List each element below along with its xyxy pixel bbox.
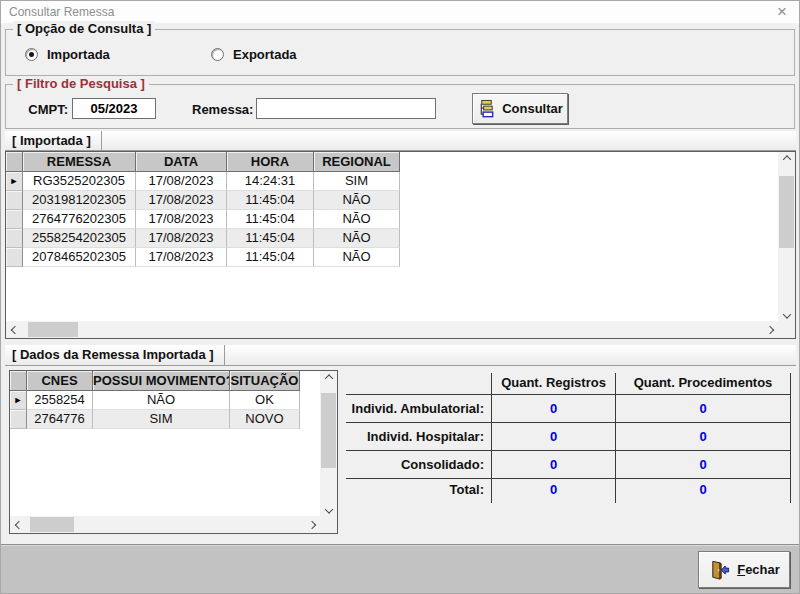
scroll-thumb[interactable] (30, 517, 74, 532)
table-row[interactable]: 276477620230517/08/202311:45:04NÃO (6, 210, 795, 229)
radio-importada-label: Importada (47, 47, 110, 62)
row-selector-header (6, 152, 23, 172)
scroll-right-button[interactable] (303, 516, 320, 533)
grid-cell: 2031981202305 (23, 191, 136, 210)
column-header[interactable]: POSSUI MOVIMENTO? (93, 371, 230, 391)
table-row[interactable]: 255825420230517/08/202311:45:04NÃO (6, 229, 795, 248)
row-selector: ► (10, 391, 27, 410)
scroll-left-button[interactable] (10, 516, 27, 533)
cmpt-label: CMPT: (22, 102, 68, 117)
summary-row: Consolidado:00 (346, 451, 791, 479)
grid-cell: 17/08/2023 (136, 210, 227, 229)
summary-col-header: Quant. Registros (491, 373, 615, 395)
close-icon[interactable]: × (777, 2, 787, 22)
scroll-down-button[interactable] (320, 499, 337, 516)
row-selector (6, 229, 23, 248)
scroll-up-button[interactable] (320, 371, 337, 388)
grid-cell: 2558254 (27, 391, 93, 410)
row-selector-header (10, 371, 27, 391)
grid-cell: 2558254202305 (23, 229, 136, 248)
summary-row-label: Individ. Hospitalar: (346, 423, 491, 451)
column-header[interactable]: DATA (136, 152, 227, 172)
scroll-thumb[interactable] (779, 176, 794, 248)
grid-cell: NOVO (230, 410, 300, 429)
option-group-title: [ Opção de Consulta ] (13, 21, 155, 36)
summary-value-registros: 0 (491, 395, 615, 423)
radio-selected-icon (25, 48, 38, 61)
row-selector (6, 248, 23, 267)
grid-cell: 14:24:31 (227, 172, 314, 191)
grid-cell: NÃO (314, 229, 400, 248)
grid-cell: NÃO (314, 248, 400, 267)
consultar-remessa-window: Consultar Remessa × [ Opção de Consulta … (0, 0, 800, 594)
scrollbar-corner (320, 516, 337, 533)
scrollbar-corner (778, 321, 795, 338)
imported-grid-panel: REMESSADATAHORAREGIONAL►RG352520230517/0… (5, 151, 796, 339)
grid-header-row: REMESSADATAHORAREGIONAL (6, 152, 795, 172)
summary-value-procedimentos: 0 (615, 423, 791, 451)
imported-tabstrip: [ Importada ] (5, 131, 796, 151)
scroll-left-button[interactable] (6, 321, 23, 338)
summary-value-registros: 0 (491, 479, 615, 503)
cmpt-input[interactable] (72, 98, 156, 119)
summary-value-procedimentos: 0 (615, 395, 791, 423)
footer-bar: Fechar (1, 544, 799, 593)
scroll-down-button[interactable] (778, 304, 795, 321)
row-selector (10, 410, 27, 429)
grid-cell: 2764776 (27, 410, 93, 429)
grid-cell: NÃO (314, 210, 400, 229)
row-selector (6, 210, 23, 229)
column-header[interactable]: SITUAÇÃO (230, 371, 300, 391)
scroll-right-button[interactable] (761, 321, 778, 338)
column-header[interactable]: REGIONAL (314, 152, 400, 172)
filter-group: [ Filtro de Pesquisa ] CMPT: Remessa: Co… (5, 84, 795, 129)
summary-table: Quant. RegistrosQuant. ProcedimentosIndi… (346, 373, 791, 503)
radio-exportada[interactable]: Exportada (211, 47, 297, 62)
grid-cell: 2764776202305 (23, 210, 136, 229)
tab-dados-remessa[interactable]: [ Dados da Remessa Importada ] (5, 345, 225, 365)
fechar-button[interactable]: Fechar (698, 551, 790, 588)
scroll-up-button[interactable] (778, 152, 795, 169)
grid-cell: NÃO (314, 191, 400, 210)
radio-unselected-icon (211, 48, 224, 61)
radio-importada[interactable]: Importada (25, 47, 110, 62)
table-row[interactable]: 203198120230517/08/202311:45:04NÃO (6, 191, 795, 210)
grid-cell: 17/08/2023 (136, 172, 227, 191)
table-row[interactable]: ►RG352520230517/08/202314:24:31SIM (6, 172, 795, 191)
table-row[interactable]: 207846520230517/08/202311:45:04NÃO (6, 248, 795, 267)
option-group: [ Opção de Consulta ] Importada Exportad… (5, 29, 795, 76)
table-row[interactable]: 2764776SIMNOVO (10, 410, 337, 429)
vertical-scrollbar[interactable] (778, 152, 795, 321)
table-row[interactable]: ►2558254NÃOOK (10, 391, 337, 410)
summary-row: Individ. Ambulatorial:00 (346, 395, 791, 423)
remessa-label: Remessa: (192, 102, 253, 117)
consultar-button[interactable]: Consultar (472, 93, 568, 124)
vertical-scrollbar[interactable] (320, 371, 337, 516)
grid-cell: 2078465202305 (23, 248, 136, 267)
remessa-input[interactable] (256, 98, 436, 119)
horizontal-scrollbar[interactable] (6, 321, 778, 338)
summary-value-procedimentos: 0 (615, 451, 791, 479)
consultar-tree-icon (477, 99, 496, 118)
radio-exportada-label: Exportada (233, 47, 297, 62)
column-header[interactable]: HORA (227, 152, 314, 172)
scroll-thumb[interactable] (28, 322, 78, 337)
fechar-label: Fechar (737, 562, 780, 577)
window-title: Consultar Remessa (9, 5, 114, 19)
summary-row: Total:00 (346, 479, 791, 503)
tab-importada[interactable]: [ Importada ] (5, 131, 102, 150)
summary-row-label: Total: (346, 479, 491, 503)
column-header[interactable]: REMESSA (23, 152, 136, 172)
column-header[interactable]: CNES (27, 371, 93, 391)
row-selector: ► (6, 172, 23, 191)
grid-cell: SIM (314, 172, 400, 191)
grid-cell: SIM (93, 410, 230, 429)
grid-cell: NÃO (93, 391, 230, 410)
grid-cell: 11:45:04 (227, 210, 314, 229)
summary-value-procedimentos: 0 (615, 479, 791, 503)
summary-row: Individ. Hospitalar:00 (346, 423, 791, 451)
summary-row-label: Consolidado: (346, 451, 491, 479)
horizontal-scrollbar[interactable] (10, 516, 320, 533)
scroll-thumb[interactable] (321, 393, 336, 468)
summary-header-spacer (346, 373, 491, 395)
